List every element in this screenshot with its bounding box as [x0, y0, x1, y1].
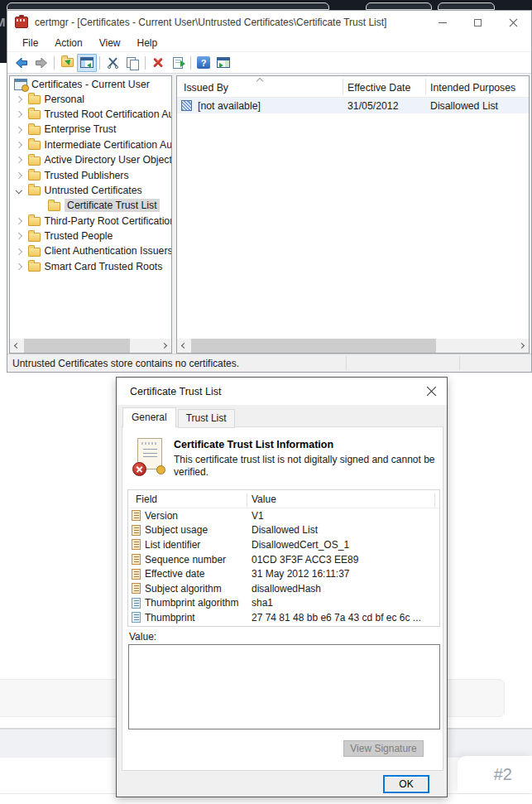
field-row-thumbprint-algorithm[interactable]: Thumbprint algorithm sha1: [128, 596, 439, 611]
toolbar-separator: [145, 56, 146, 70]
menu-help[interactable]: Help: [129, 36, 166, 51]
chevron-right-icon[interactable]: [16, 126, 22, 132]
status-separator: [346, 356, 347, 370]
scroll-right-button[interactable]: [157, 339, 171, 353]
folder-icon: [28, 95, 41, 104]
cut-button[interactable]: [103, 54, 122, 72]
column-header-effective-date[interactable]: Effective Date: [347, 76, 410, 97]
tree-item-trusted-root-certification-authorities[interactable]: Trusted Root Certification Au: [10, 107, 171, 122]
up-folder-button[interactable]: [57, 54, 77, 72]
menu-file[interactable]: File: [14, 36, 46, 51]
cell-issued-by: [not available]: [198, 100, 261, 112]
tree-item-third-party-root-certification-authorities[interactable]: Third-Party Root Certification: [10, 214, 171, 229]
tree-item-smart-card-trusted-roots[interactable]: Smart Card Trusted Roots: [10, 259, 171, 274]
certmgr-window: certmgr - [Certificates - Current User\U…: [7, 10, 532, 373]
cell-intended-purposes: Disallowed List: [430, 100, 498, 112]
tree-item-enterprise-trust[interactable]: Enterprise Trust: [10, 122, 171, 137]
help-button[interactable]: ?: [194, 54, 213, 72]
scrollbar-thumb[interactable]: [191, 339, 436, 353]
field-row-effective-date[interactable]: Effective date 31 May 2012 16:11:37: [128, 566, 439, 581]
chevron-right-icon[interactable]: [16, 218, 22, 224]
column-separator[interactable]: [343, 79, 343, 94]
column-header-field[interactable]: Field: [136, 493, 157, 505]
field-icon: [132, 554, 141, 565]
scroll-left-button[interactable]: [177, 339, 191, 353]
background-tab: [7, 2, 329, 10]
show-console-tree-button[interactable]: [77, 54, 97, 72]
column-header-value[interactable]: Value: [252, 493, 276, 505]
toolbar-separator: [99, 56, 100, 70]
field-row-sequence-number[interactable]: Sequence number 01CD 3F3F ACC3 EE89: [128, 552, 439, 567]
view-signature-button[interactable]: View Signature: [343, 740, 424, 757]
chevron-right-icon[interactable]: [16, 248, 22, 255]
column-separator[interactable]: [425, 79, 426, 94]
column-header-issued-by[interactable]: Issued By: [184, 76, 228, 97]
tree-item-untrusted-certificates[interactable]: Untrusted Certificates: [10, 183, 171, 198]
copy-button[interactable]: [122, 54, 142, 72]
folder-icon: [28, 248, 41, 257]
watermark-card: #2: [458, 756, 532, 793]
list-horizontal-scrollbar[interactable]: [177, 339, 529, 353]
tab-general[interactable]: General: [122, 407, 176, 428]
field-icon: [132, 569, 141, 580]
ok-button[interactable]: OK: [383, 775, 429, 793]
chevron-right-icon[interactable]: [16, 111, 22, 118]
tree-item-certificate-trust-list[interactable]: Certificate Trust List: [10, 198, 171, 213]
delete-x-icon: [152, 57, 164, 69]
chevron-right-icon[interactable]: [16, 233, 22, 239]
forward-button[interactable]: [31, 54, 51, 72]
export-list-button[interactable]: [168, 54, 188, 72]
tree-item-intermediate-certification-authorities[interactable]: Intermediate Certification Au: [10, 137, 171, 152]
close-button[interactable]: [496, 11, 531, 34]
maximize-button[interactable]: [460, 11, 496, 34]
chevron-right-icon[interactable]: [16, 156, 22, 163]
tree-item-trusted-publishers[interactable]: Trusted Publishers: [10, 167, 171, 182]
chevron-right-icon[interactable]: [16, 263, 22, 270]
tree-item-personal[interactable]: Personal: [10, 91, 171, 106]
dialog-title-bar: Certificate Trust List: [117, 378, 447, 405]
cell-effective-date: 31/05/2012: [347, 100, 399, 112]
dialog-close-button[interactable]: [426, 386, 437, 397]
delete-button[interactable]: [148, 54, 168, 72]
tree-item-active-directory-user-object[interactable]: Active Directory User Object: [10, 152, 171, 167]
tree-item-client-authentication-issuers[interactable]: Client Authentication Issuers: [10, 243, 171, 258]
field-row-subject-usage[interactable]: Subject usage Disallowed List: [128, 523, 439, 538]
minimize-button[interactable]: [424, 11, 460, 34]
column-separator: [247, 493, 247, 507]
status-text: Untrusted Certificates store contains no…: [7, 358, 239, 369]
show-action-pane-button[interactable]: [213, 54, 233, 72]
tab-trust-list[interactable]: Trust List: [178, 409, 235, 428]
column-header-intended-purposes[interactable]: Intended Purposes: [430, 76, 515, 97]
value-box[interactable]: [128, 644, 440, 729]
certificate-store-icon: [14, 79, 27, 90]
certificate-list-row[interactable]: [not available] 31/05/2012 Disallowed Li…: [177, 98, 529, 113]
chevron-right-icon[interactable]: [16, 172, 22, 179]
up-folder-icon: [61, 58, 74, 67]
chevron-right-icon[interactable]: [16, 96, 22, 103]
scrollbar-thumb[interactable]: [24, 339, 130, 353]
close-icon: [509, 18, 518, 27]
folder-icon: [28, 217, 41, 226]
scroll-left-button[interactable]: [10, 339, 24, 353]
tree-root-certificates-current-user[interactable]: Certificates - Current User: [10, 76, 171, 91]
tree-horizontal-scrollbar[interactable]: [10, 339, 171, 353]
back-button[interactable]: [12, 54, 31, 72]
chevron-right-icon[interactable]: [16, 142, 22, 148]
tree-item-trusted-people[interactable]: Trusted People: [10, 229, 171, 243]
value-label: Value:: [129, 631, 156, 643]
field-row-thumbprint[interactable]: Thumbprint 27 74 81 48 bb e6 7a 43 cd bf…: [128, 610, 439, 625]
scroll-right-button[interactable]: [515, 339, 529, 353]
menu-action[interactable]: Action: [46, 36, 90, 51]
chevron-down-icon[interactable]: [16, 187, 22, 194]
field-row-subject-algorithm[interactable]: Subject algorithm disallowedHash: [128, 581, 439, 596]
sort-ascending-icon: [256, 78, 263, 84]
field-row-list-identifier[interactable]: List identifier DisallowedCert_OS_1: [128, 537, 439, 552]
field-row-version[interactable]: Version V1: [128, 508, 439, 523]
minimize-icon: [439, 22, 447, 23]
copy-icon: [127, 57, 138, 69]
menu-view[interactable]: View: [91, 36, 129, 51]
field-icon: [132, 525, 141, 536]
field-icon: [132, 510, 141, 521]
folder-icon: [28, 126, 41, 135]
field-icon: [132, 612, 141, 623]
